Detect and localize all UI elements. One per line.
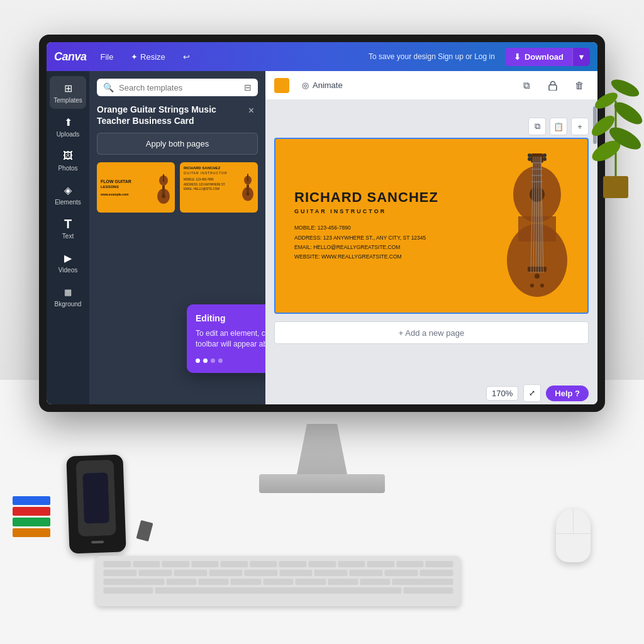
duplicate-icon[interactable]: ⧉ xyxy=(517,76,536,95)
sidebar-item-elements[interactable]: ◈ Elements xyxy=(50,178,86,211)
background-icon: ▦ xyxy=(61,285,75,299)
template-preview-2[interactable]: RICHARD SANCHEZ GUITAR INSTRUCTOR MOBILE… xyxy=(180,162,258,213)
monitor-screen: Canva File ✦ Resize ↩ To save your desig… xyxy=(47,42,597,404)
scene: Canva File ✦ Resize ↩ To save your desig… xyxy=(0,0,644,644)
photos-label: Photos xyxy=(58,165,77,172)
tooltip-header: Editing × xyxy=(196,313,265,323)
elements-icon: ◈ xyxy=(61,183,75,197)
background-label: Bkground xyxy=(55,301,82,308)
svg-point-20 xyxy=(543,153,547,157)
canvas-page: ⧉ 📋 + RICHARD SANCHEZ GUITAR INSTRUCTOR xyxy=(274,138,589,314)
tooltip-text: To edit an element, click on it. A toolb… xyxy=(196,328,265,350)
text-label: Text xyxy=(62,233,74,240)
page-copy-button[interactable]: 📋 xyxy=(550,118,567,135)
svg-rect-10 xyxy=(549,85,557,91)
template-previews: FLOW GUITAR LESSONS www.example.com xyxy=(97,162,258,213)
apply-both-pages-button[interactable]: Apply both pages xyxy=(97,133,258,155)
keyboard xyxy=(96,556,460,606)
zoom-level: 170% xyxy=(486,386,518,401)
card-title: GUITAR INSTRUCTOR xyxy=(294,208,569,214)
save-prompt: To save your design Sign up or Log in xyxy=(369,52,495,61)
book-stack xyxy=(13,496,50,537)
download-label: Download xyxy=(525,52,564,62)
lock-icon[interactable] xyxy=(543,76,562,95)
page-controls: ⧉ 📋 + xyxy=(528,118,589,135)
svg-rect-8 xyxy=(247,174,248,182)
canva-logo: Canva xyxy=(54,50,87,64)
uploads-label: Uploads xyxy=(57,131,80,138)
canvas-bottom: 170% ⤢ Help ? xyxy=(265,382,597,404)
add-page-button[interactable]: + Add a new page xyxy=(274,321,589,344)
svg-point-18 xyxy=(528,153,531,157)
sidebar-item-uploads[interactable]: ⬆ Uploads xyxy=(50,110,86,143)
svg-point-19 xyxy=(528,157,531,161)
tooltip-title: Editing xyxy=(196,313,225,323)
canva-body: ⊞ Templates ⬆ Uploads 🖼 Photos ◈ Element… xyxy=(47,71,597,404)
download-button-main[interactable]: ⬇ Download xyxy=(505,48,572,66)
videos-icon: ▶ xyxy=(61,251,75,265)
search-bar: 🔍 ⊟ xyxy=(97,79,258,96)
undo-button[interactable]: ↩ xyxy=(179,50,194,64)
uploads-icon: ⬆ xyxy=(61,115,75,129)
template-preview-1[interactable]: FLOW GUITAR LESSONS www.example.com xyxy=(97,162,175,213)
card-email: EMAIL: HELLO@REALLYGREATSITE.COM xyxy=(294,243,569,252)
download-button[interactable]: ⬇ Download ▾ xyxy=(505,48,590,66)
business-card[interactable]: RICHARD SANCHEZ GUITAR INSTRUCTOR MOBILE… xyxy=(274,138,589,314)
svg-point-21 xyxy=(543,157,547,161)
filter-icon[interactable]: ⊟ xyxy=(244,82,252,92)
sidebar-item-photos[interactable]: 🖼 Photos xyxy=(50,144,86,177)
dot-1 xyxy=(196,358,200,363)
animate-button[interactable]: ◎ Animate xyxy=(297,78,348,92)
dot-2 xyxy=(203,358,208,363)
templates-panel: 🔍 ⊟ Orange Guitar Strings Music Teacher … xyxy=(89,71,265,404)
videos-label: Videos xyxy=(58,267,77,274)
tooltip-dots xyxy=(196,358,223,363)
mouse xyxy=(556,509,591,562)
page-indicator xyxy=(274,78,289,93)
animate-label: Animate xyxy=(313,80,343,90)
delete-icon[interactable]: 🗑 xyxy=(570,76,589,95)
sidebar-item-templates[interactable]: ⊞ Templates xyxy=(50,76,86,109)
card-website: WEBSITE: WWW.REALLYGREATSITE.COM xyxy=(294,252,569,262)
svg-point-9 xyxy=(247,192,250,196)
monitor-stand-base xyxy=(259,474,385,493)
file-menu[interactable]: File xyxy=(97,50,118,64)
svg-rect-35 xyxy=(603,176,628,198)
editing-tooltip: Editing × To edit an element, click on i… xyxy=(187,304,265,373)
monitor: Canva File ✦ Resize ↩ To save your desig… xyxy=(39,35,605,412)
svg-point-34 xyxy=(540,284,544,287)
sidebar-item-background[interactable]: ▦ Bkground xyxy=(50,280,86,313)
text-icon: T xyxy=(61,217,75,231)
help-button[interactable]: Help ? xyxy=(546,386,589,401)
template-title: Orange Guitar Strings Music Teacher Busi… xyxy=(97,104,245,126)
canvas-area: ◎ Animate ⧉ 🗑 xyxy=(265,71,597,404)
elements-label: Elements xyxy=(55,199,81,206)
page-add-button[interactable]: + xyxy=(571,118,589,135)
canvas-content[interactable]: ⧉ 📋 + RICHARD SANCHEZ GUITAR INSTRUCTOR xyxy=(265,100,597,382)
template-header: Orange Guitar Strings Music Teacher Busi… xyxy=(97,104,258,126)
phone xyxy=(66,454,126,553)
card-name: RICHARD SANCHEZ xyxy=(294,189,569,206)
dot-3 xyxy=(211,358,215,363)
download-icon: ⬇ xyxy=(514,52,521,62)
tooltip-footer: Next xyxy=(196,356,265,365)
card-text-content: RICHARD SANCHEZ GUITAR INSTRUCTOR MOBILE… xyxy=(294,189,569,262)
sidebar-item-videos[interactable]: ▶ Videos xyxy=(50,246,86,279)
canva-header: Canva File ✦ Resize ↩ To save your desig… xyxy=(47,42,597,71)
animate-icon: ◎ xyxy=(302,80,309,90)
svg-point-32 xyxy=(535,274,540,279)
close-template-button[interactable]: × xyxy=(245,104,258,118)
books xyxy=(13,496,50,547)
chevron-down-icon: ▾ xyxy=(579,52,584,62)
page-duplicate-button[interactable]: ⧉ xyxy=(528,118,546,135)
card-address: ADDRESS: 123 ANYWHERE ST., ANY CITY, ST … xyxy=(294,233,569,243)
templates-label: Templates xyxy=(53,97,82,104)
search-input[interactable] xyxy=(119,83,239,92)
templates-icon: ⊞ xyxy=(61,81,75,95)
plant xyxy=(587,38,644,214)
fullscreen-button[interactable]: ⤢ xyxy=(523,384,541,402)
resize-menu[interactable]: ✦ Resize xyxy=(127,50,169,64)
canvas-toolbar: ◎ Animate ⧉ 🗑 xyxy=(265,71,597,100)
dot-4 xyxy=(218,358,223,363)
sidebar-item-text[interactable]: T Text xyxy=(50,212,86,245)
